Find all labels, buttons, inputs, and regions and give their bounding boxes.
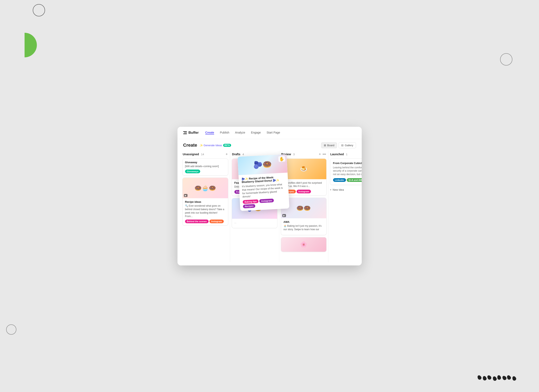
ama-video-icon: ▶ (282, 214, 286, 217)
column-unassigned-title: Unassigned (183, 153, 199, 156)
logo-icon (183, 131, 187, 134)
column-review-header: Review 3 + ••• (281, 152, 327, 156)
review-menu-button[interactable]: ••• (323, 152, 326, 156)
card-giveaway-tags: Giveaways (185, 169, 226, 173)
app-window: Buffer Create Publish Analyze Engage Sta… (178, 127, 362, 266)
page-header: Create ✨ Generate Ideas Beta ⊞ Board ⊟ G… (178, 139, 362, 151)
card-corporate: From Corporate Cubicles to Leaving behin… (330, 159, 362, 185)
page-title: Create (183, 143, 197, 148)
tag-qna: Q+A and AMA (347, 178, 362, 182)
card-corporate-text: Leaving behind the comfort and security … (333, 166, 362, 176)
card-review1-image: 🍮 (281, 159, 326, 179)
drag-handle-icon[interactable]: ✋ (278, 156, 285, 162)
popup-title: 🫐✨ Recipe of the Week: Blueberry Glazed … (241, 175, 285, 184)
card-giveaway: Giveaway [Will add details–coming soon!]… (182, 159, 228, 176)
nav-create[interactable]: Create (205, 131, 214, 135)
decorative-circle-top (33, 4, 45, 16)
tag-linkedin: Linkedin (333, 178, 346, 182)
unassigned-add-button[interactable]: + (226, 152, 228, 156)
review-add-button[interactable]: + (319, 152, 321, 156)
column-drafts-title: Drafts (232, 153, 240, 156)
generate-ideas-label: ✨ Generate Ideas (200, 144, 222, 147)
card-review3-image: 🌸 (281, 237, 326, 252)
column-unassigned-actions: + (226, 152, 228, 156)
popup-text: It's blueberry season, you know what tha… (242, 183, 286, 198)
card-draft2-text: ... (234, 221, 275, 224)
column-unassigned-header: Unassigned 14 + (182, 152, 228, 156)
column-unassigned-title-group: Unassigned 14 (183, 152, 204, 156)
card-recipe-image: 🍩🧁🍩 ▶ (183, 178, 228, 198)
card-review1-tags: Recipes Instagram (284, 190, 324, 193)
board-view-button[interactable]: ⊞ Board (321, 142, 337, 148)
decorative-circle-right (500, 53, 512, 66)
new-idea-plus: + (330, 188, 332, 191)
page-header-left: Create ✨ Generate Ideas Beta (183, 143, 231, 148)
decorative-dots (478, 375, 523, 380)
card-recipe-text: 🔍 Ever wondered what goes on behind clos… (185, 204, 226, 218)
column-drafts-count: 4 (242, 153, 244, 156)
video-icon: ▶ (184, 194, 188, 197)
column-review-actions: + ••• (319, 152, 326, 156)
decorative-circle-left (6, 324, 16, 335)
card-corporate-tags: Linkedin Q+A and AMA (333, 178, 362, 182)
nav-links: Create Publish Analyze Engage Start Page (205, 131, 356, 135)
card-review1-text: t of profiles didn't post his surprised … (284, 181, 324, 188)
card-recipe-ideas: 🍩🧁🍩 ▶ Recipe ideas 🔍 Ever wondered what … (182, 178, 228, 226)
tag-giveaways: Giveaways (185, 169, 200, 173)
popup-body: 🫐✨ Recipe of the Week: Blueberry Glazed … (238, 172, 289, 211)
card-ama-title: AMA (284, 220, 324, 223)
decorative-green-blob (12, 33, 37, 57)
board-label: Board (327, 144, 334, 147)
logo[interactable]: Buffer (183, 131, 199, 135)
column-launched-title: Launched (330, 153, 344, 156)
card-recipe-tags: Behind the scenes Instagram (185, 220, 226, 223)
tag-instagram-review: Instagram (297, 190, 311, 193)
nav-start-page[interactable]: Start Page (267, 131, 280, 135)
column-drafts-title-group: Drafts 4 (232, 152, 244, 156)
column-launched-header: Launched 1 ••• (330, 152, 362, 156)
card-giveaway-title: Giveaway (185, 161, 226, 164)
tag-behind-scenes: Behind the scenes (185, 220, 209, 223)
new-idea-label: New Idea (333, 188, 344, 191)
view-toggle: ⊞ Board ⊟ Gallery (321, 142, 356, 148)
generate-ideas-button[interactable]: ✨ Generate Ideas Beta (200, 144, 231, 147)
card-corporate-title: From Corporate Cubicles to (333, 162, 362, 165)
nav-analyze[interactable]: Analyze (235, 131, 245, 135)
column-launched-count: 1 (346, 153, 347, 156)
card-review-3: 🌸 (281, 237, 327, 252)
tag-instagram-recipe: Instagram (209, 220, 224, 223)
card-ama-body: AMA 🧁 Baking isn't just my passion, it's… (281, 218, 326, 235)
gallery-label: Gallery (345, 144, 353, 147)
popup-card-overlay: 🫐🍩 ✋ 🫐✨ Recipe of the Week: Blueberry Gl… (237, 154, 289, 211)
logo-text: Buffer (188, 131, 199, 135)
column-launched-title-group: Launched 1 (330, 152, 348, 156)
card-draft2-body: ... (232, 219, 277, 228)
popup-tag-instagram: Instagram (259, 198, 274, 203)
gallery-icon: ⊟ (341, 144, 343, 147)
nav-engage[interactable]: Engage (251, 131, 261, 135)
popup-card: 🫐🍩 ✋ 🫐✨ Recipe of the Week: Blueberry Gl… (237, 154, 289, 211)
popup-tags: Baking tips Instagram Recipes (243, 198, 286, 208)
popup-tag-baking: Baking tips (243, 199, 259, 204)
board-icon: ⊞ (324, 144, 326, 147)
card-giveaway-text: [Will add details–coming soon!] (185, 165, 226, 168)
column-launched: Launched 1 ••• From Corporate Cubicles t… (328, 151, 362, 262)
card-recipe-body: Recipe ideas 🔍 Ever wondered what goes o… (183, 198, 228, 225)
popup-tag-recipes: Recipes (243, 204, 255, 208)
column-review-count: 3 (293, 153, 295, 156)
gallery-view-button[interactable]: ⊟ Gallery (339, 142, 356, 148)
navbar: Buffer Create Publish Analyze Engage Sta… (178, 127, 362, 139)
new-idea-button[interactable]: + New Idea (330, 187, 344, 193)
nav-publish[interactable]: Publish (220, 131, 229, 135)
card-ama-text: 🧁 Baking isn't just my passion, it's our… (284, 224, 324, 231)
column-unassigned: Unassigned 14 + Giveaway [Will add detai… (181, 151, 230, 262)
card-recipe-title: Recipe ideas (185, 200, 226, 203)
beta-badge: Beta (223, 144, 231, 147)
column-unassigned-count: 14 (201, 153, 204, 156)
card-giveaway-body: Giveaway [Will add details–coming soon!]… (183, 159, 228, 175)
